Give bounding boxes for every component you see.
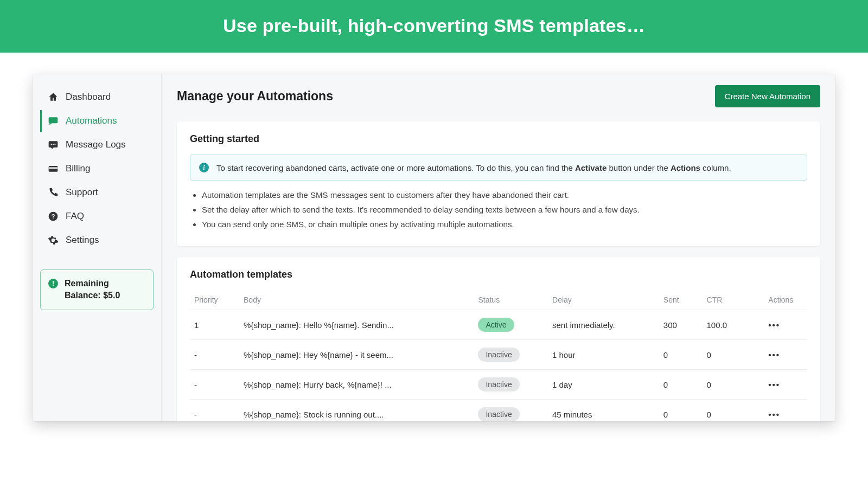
table-row: -%{shop_name}: Stock is running out....I… <box>190 400 807 422</box>
th-delay: Delay <box>548 290 659 310</box>
templates-card: Automation templates Priority Body Statu… <box>177 257 820 421</box>
sidebar-item-label: Dashboard <box>66 92 111 102</box>
svg-rect-4 <box>49 168 58 169</box>
row-actions-menu[interactable]: ••• <box>768 380 780 389</box>
sidebar-item-label: Billing <box>66 163 90 174</box>
sidebar-item-label: Message Logs <box>66 139 126 150</box>
cell-body: %{shop_name}: Hurry back, %{name}! ... <box>239 370 474 400</box>
sidebar-item-dashboard[interactable]: Dashboard <box>40 86 154 108</box>
status-badge: Active <box>478 318 514 332</box>
cell-priority: - <box>190 370 239 400</box>
app-window: Dashboard Automations Message Logs Billi… <box>33 74 835 421</box>
cell-sent: 0 <box>659 370 703 400</box>
info-icon: i <box>199 163 209 172</box>
cell-priority: - <box>190 400 239 422</box>
status-badge: Inactive <box>478 348 519 362</box>
cell-priority: 1 <box>190 310 239 340</box>
marketing-banner: Use pre-built, high-converting SMS templ… <box>0 0 868 53</box>
row-actions-menu[interactable]: ••• <box>768 350 780 359</box>
bullet-item: Set the delay after which to send the te… <box>202 205 807 214</box>
bullet-item: You can send only one SMS, or chain mult… <box>202 220 807 229</box>
templates-table: Priority Body Status Delay Sent CTR Acti… <box>190 290 807 421</box>
cell-actions: ••• <box>764 370 807 400</box>
table-row: -%{shop_name}: Hurry back, %{name}! ...I… <box>190 370 807 400</box>
cell-status: Active <box>474 310 548 340</box>
sidebar-item-support[interactable]: Support <box>40 182 154 203</box>
cell-delay: 45 minutes <box>548 400 659 422</box>
svg-point-2 <box>54 144 55 145</box>
sidebar-item-label: FAQ <box>66 211 84 222</box>
sidebar-item-billing[interactable]: Billing <box>40 158 154 179</box>
row-actions-menu[interactable]: ••• <box>768 320 780 330</box>
sidebar-item-message-logs[interactable]: Message Logs <box>40 134 154 156</box>
sidebar: Dashboard Automations Message Logs Billi… <box>33 74 162 421</box>
cell-sent: 300 <box>659 310 703 340</box>
sidebar-item-label: Settings <box>66 235 99 246</box>
cell-ctr: 0 <box>703 400 764 422</box>
cell-body: %{shop_name}: Hello %{name}. Sendin... <box>239 310 474 340</box>
getting-started-title: Getting started <box>190 133 807 145</box>
svg-point-1 <box>53 144 54 145</box>
th-status: Status <box>474 290 548 310</box>
cell-body: %{shop_name}: Stock is running out.... <box>239 400 474 422</box>
th-priority: Priority <box>190 290 239 310</box>
balance-label: Remaining Balance: $5.0 <box>65 278 145 302</box>
sidebar-item-settings[interactable]: Settings <box>40 229 154 251</box>
cell-status: Inactive <box>474 340 548 370</box>
status-badge: Inactive <box>478 407 519 421</box>
templates-title: Automation templates <box>190 269 807 280</box>
cell-delay: sent immediately. <box>548 310 659 340</box>
sidebar-item-automations[interactable]: Automations <box>40 110 154 132</box>
cell-ctr: 100.0 <box>703 310 764 340</box>
status-badge: Inactive <box>478 377 519 391</box>
card-icon <box>47 163 59 174</box>
banner-headline: Use pre-built, high-converting SMS templ… <box>223 15 645 36</box>
cell-actions: ••• <box>764 400 807 422</box>
svg-text:?: ? <box>52 213 55 220</box>
sidebar-item-faq[interactable]: ? FAQ <box>40 206 154 227</box>
svg-point-0 <box>51 144 52 145</box>
callout-text: To start recovering abandoned carts, act… <box>216 163 731 172</box>
cell-sent: 0 <box>659 400 703 422</box>
table-row: -%{shop_name}: Hey %{name} - it seem...I… <box>190 340 807 370</box>
sms-icon <box>47 139 59 150</box>
th-sent: Sent <box>659 290 703 310</box>
cell-sent: 0 <box>659 340 703 370</box>
info-callout: i To start recovering abandoned carts, a… <box>190 155 807 181</box>
th-body: Body <box>239 290 474 310</box>
create-automation-button[interactable]: Create New Automation <box>715 85 820 107</box>
cell-status: Inactive <box>474 400 548 422</box>
phone-icon <box>47 187 59 198</box>
getting-started-card: Getting started i To start recovering ab… <box>177 121 820 246</box>
table-row: 1%{shop_name}: Hello %{name}. Sendin...A… <box>190 310 807 340</box>
cell-actions: ••• <box>764 310 807 340</box>
cell-ctr: 0 <box>703 340 764 370</box>
cell-ctr: 0 <box>703 370 764 400</box>
sidebar-item-label: Support <box>66 187 98 198</box>
balance-card[interactable]: ! Remaining Balance: $5.0 <box>40 269 154 310</box>
row-actions-menu[interactable]: ••• <box>768 410 780 419</box>
cell-status: Inactive <box>474 370 548 400</box>
home-icon <box>47 92 59 102</box>
cell-delay: 1 hour <box>548 340 659 370</box>
getting-started-bullets: Automation templates are the SMS message… <box>190 190 807 229</box>
question-icon: ? <box>47 211 59 222</box>
cell-actions: ••• <box>764 340 807 370</box>
th-ctr: CTR <box>703 290 764 310</box>
alert-icon: ! <box>48 279 58 288</box>
svg-rect-3 <box>49 166 58 172</box>
th-actions: Actions <box>764 290 807 310</box>
gear-icon <box>47 235 59 246</box>
chat-icon <box>47 115 59 126</box>
cell-body: %{shop_name}: Hey %{name} - it seem... <box>239 340 474 370</box>
cell-priority: - <box>190 340 239 370</box>
cell-delay: 1 day <box>548 370 659 400</box>
main-content: Manage your Automations Create New Autom… <box>162 74 835 421</box>
sidebar-item-label: Automations <box>66 115 117 126</box>
bullet-item: Automation templates are the SMS message… <box>202 190 807 200</box>
page-title: Manage your Automations <box>177 89 333 104</box>
